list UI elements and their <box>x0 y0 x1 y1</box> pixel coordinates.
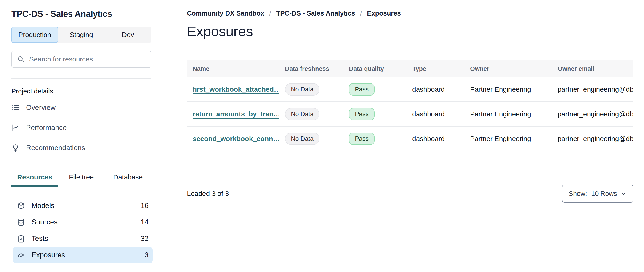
table-header-row: Name Data freshness Data quality Type Ow… <box>187 60 634 77</box>
freshness-badge: No Data <box>285 83 320 96</box>
tab-database[interactable]: Database <box>105 173 151 186</box>
project-details-nav: Overview Performance <box>12 100 168 155</box>
resource-label: Models <box>32 202 54 210</box>
sidebar-resource-item-partial[interactable] <box>13 267 153 272</box>
clipboard-check-icon <box>17 234 25 243</box>
exposures-table: Name Data freshness Data quality Type Ow… <box>187 60 634 151</box>
lightbulb-icon <box>12 144 20 152</box>
env-tab-dev[interactable]: Dev <box>105 27 151 43</box>
freshness-badge: No Data <box>285 108 320 120</box>
sidebar-item-overview[interactable]: Overview <box>12 100 151 115</box>
column-header-name: Name <box>187 60 279 77</box>
resource-count: 32 <box>141 234 148 243</box>
breadcrumb-separator: / <box>269 10 271 17</box>
env-tab-staging[interactable]: Staging <box>58 27 105 43</box>
breadcrumb-current: Exposures <box>367 10 401 17</box>
owner-cell: Partner Engineering <box>470 135 531 142</box>
loaded-status: Loaded 3 of 3 <box>187 190 229 198</box>
sidebar: TPC-DS - Sales Analytics Production Stag… <box>0 0 168 272</box>
sidebar-item-performance[interactable]: Performance <box>12 121 151 135</box>
table-row: return_amounts_by_tran… No Data Pass das… <box>187 102 634 126</box>
table-footer: Loaded 3 of 3 Show: 10 Rows <box>187 185 634 202</box>
resource-label: Tests <box>32 234 48 243</box>
sidebar-item-label: Overview <box>26 104 56 112</box>
resource-label: Sources <box>32 218 58 226</box>
owner-email-cell: partner_engineering@dbt… <box>558 86 634 93</box>
table-row: first_workbook_attached… No Data Pass da… <box>187 77 634 102</box>
column-header-owner: Owner <box>464 60 552 77</box>
sidebar-divider <box>12 78 151 79</box>
breadcrumb-account[interactable]: Community DX Sandbox <box>187 10 264 17</box>
breadcrumb: Community DX Sandbox / TPC-DS - Sales An… <box>187 10 634 17</box>
column-header-data-freshness: Data freshness <box>279 60 343 77</box>
resource-list: Models 16 Sources 14 <box>12 198 153 272</box>
gauge-icon <box>17 251 25 259</box>
sidebar-resource-exposures[interactable]: Exposures 3 <box>13 247 153 263</box>
table-row: second_workbook_conn… No Data Pass dashb… <box>187 126 634 151</box>
column-header-owner-email: Owner email <box>552 60 634 77</box>
resource-tabs: Resources File tree Database <box>12 173 151 186</box>
exposure-name-link[interactable]: return_amounts_by_tran… <box>193 110 279 118</box>
show-label: Show: <box>569 190 587 198</box>
main-content: Community DX Sandbox / TPC-DS - Sales An… <box>168 0 644 272</box>
breadcrumb-separator: / <box>360 10 362 17</box>
resource-label: Exposures <box>32 251 65 259</box>
sidebar-item-recommendations[interactable]: Recommendations <box>12 141 151 155</box>
type-cell: dashboard <box>412 110 445 118</box>
sidebar-item-label: Performance <box>26 124 66 132</box>
sidebar-resource-tests[interactable]: Tests 32 <box>13 230 153 247</box>
quality-badge: Pass <box>349 132 374 145</box>
owner-email-cell: partner_engineering@dbt… <box>558 135 634 142</box>
app-root: TPC-DS - Sales Analytics Production Stag… <box>0 0 644 272</box>
env-tab-production[interactable]: Production <box>12 27 58 43</box>
sidebar-resource-sources[interactable]: Sources 14 <box>13 214 153 230</box>
freshness-badge: No Data <box>285 132 320 145</box>
environment-tabs: Production Staging Dev <box>12 27 151 43</box>
column-header-type: Type <box>406 60 464 77</box>
type-cell: dashboard <box>412 86 445 93</box>
package-icon <box>17 202 25 210</box>
owner-cell: Partner Engineering <box>470 86 531 93</box>
list-icon <box>12 104 20 112</box>
page-title: Exposures <box>187 23 634 39</box>
chart-line-icon <box>12 124 20 132</box>
type-cell: dashboard <box>412 135 445 142</box>
resource-count: 14 <box>141 218 148 226</box>
chevron-down-icon <box>621 191 627 196</box>
project-details-label: Project details <box>12 88 168 95</box>
breadcrumb-project[interactable]: TPC-DS - Sales Analytics <box>276 10 355 17</box>
search-input[interactable] <box>29 55 146 63</box>
exposure-name-link[interactable]: first_workbook_attached… <box>193 86 279 93</box>
quality-badge: Pass <box>349 108 374 120</box>
show-value: 10 Rows <box>591 190 617 198</box>
exposure-name-link[interactable]: second_workbook_conn… <box>193 135 279 142</box>
quality-badge: Pass <box>349 83 374 96</box>
database-icon <box>17 218 25 226</box>
search-icon <box>17 55 25 63</box>
sidebar-resource-models[interactable]: Models 16 <box>13 198 153 214</box>
project-title: TPC-DS - Sales Analytics <box>12 9 151 19</box>
tab-resources[interactable]: Resources <box>12 173 58 186</box>
column-header-data-quality: Data quality <box>343 60 406 77</box>
rows-per-page-dropdown[interactable]: Show: 10 Rows <box>562 185 634 202</box>
tab-file-tree[interactable]: File tree <box>58 173 105 186</box>
owner-cell: Partner Engineering <box>470 110 531 118</box>
sidebar-item-label: Recommendations <box>26 144 85 152</box>
resource-count: 16 <box>141 202 148 210</box>
resource-count: 3 <box>145 251 148 259</box>
owner-email-cell: partner_engineering@dbt… <box>558 110 634 118</box>
search-box[interactable] <box>12 50 151 68</box>
